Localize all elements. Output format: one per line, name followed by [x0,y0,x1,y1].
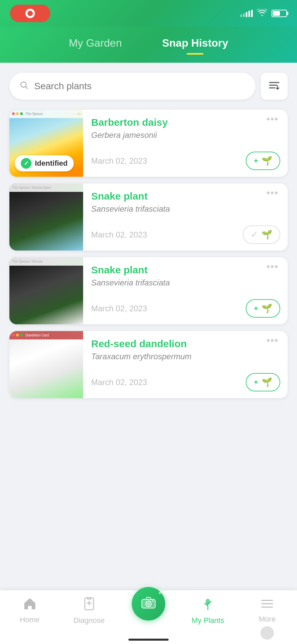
search-box[interactable] [9,73,255,100]
record-dot [25,9,35,18]
plant-common-name-3: Snake plant [91,264,264,276]
search-input[interactable] [34,81,245,92]
plant-card[interactable]: The Spruce ‹ › ✓ Identified Barberton da… [9,110,288,177]
record-button[interactable] [10,5,50,22]
status-bar-left [10,5,50,22]
nav-label-diagnose: Diagnose [73,616,105,625]
plant-card-3[interactable]: The Spruce / Alonda Snake plant Sansevie… [9,257,288,324]
check-icon: ✓ [21,158,32,169]
plant-names-4: Red-seed dandelion Taraxacum erythrosper… [91,338,264,361]
more-icon [260,597,274,612]
tab-my-garden[interactable]: My Garden [62,34,128,53]
snake-img-3 [9,266,83,324]
add-to-garden-btn-3[interactable]: + 🌱 [246,299,280,318]
user-avatar [260,626,274,640]
plant-image-3: The Spruce / Alonda [9,257,83,324]
plant-image-1: The Spruce ‹ › ✓ Identified [9,110,83,177]
plant-info-top-3: Snake plant Sansevieria trifasciata [91,264,280,287]
more-menu-btn-3[interactable] [264,264,280,269]
nav-label-home: Home [20,615,40,624]
plant-date-3: March 02, 2023 [91,304,147,313]
svg-point-0 [21,82,26,87]
plant-info-bottom-2: March 02, 2023 ✓ 🌱 [91,225,280,244]
thumbnail-sim-2: The Spruce / Alonda Baist [9,183,83,251]
add-to-garden-btn-1[interactable]: + 🌱 [246,152,280,170]
nav-item-home[interactable]: Home [13,597,47,624]
nav-item-more[interactable]: More [250,597,284,640]
plant-names-2: Snake plant Sansevieria trifasciata [91,190,264,214]
added-plant-icon-2: 🌱 [261,229,272,240]
plant-info-2: Snake plant Sansevieria trifasciata Marc… [83,183,288,251]
browser-bar-1: The Spruce ‹ › [9,110,83,118]
bottom-nav: Home Diagnose [0,590,297,644]
nav-label-more: More [259,615,276,624]
signal-bar-4 [248,11,250,17]
more-dots-3 [267,265,278,268]
dot-2-3 [275,192,278,194]
plant-info-top-1: Barberton daisy Gerbera jamesonii [91,116,280,140]
battery-level [273,11,280,16]
browser-bar-3: The Spruce / Alonda [9,257,83,266]
home-icon [23,597,37,613]
sort-button[interactable] [261,73,288,100]
dot-4-1 [267,339,270,342]
plant-common-name-2: Snake plant [91,190,264,202]
wifi-icon [257,9,268,18]
plant-info-3: Snake plant Sansevieria trifasciata Marc… [83,257,288,324]
add-btn-plant-icon-3: 🌱 [261,303,272,314]
more-menu-btn-4[interactable] [264,338,280,343]
thumbnail-sim-3: The Spruce / Alonda [9,257,83,324]
my-plants-icon [201,597,214,613]
more-menu-btn-1[interactable] [264,116,280,122]
camera-button[interactable] [132,587,165,621]
header-tabs: My Garden Snap History [0,27,297,63]
plant-scientific-name-4: Taraxacum erythrospermum [91,352,264,361]
dandelion-img-4 [9,339,83,398]
dot-3-3 [275,265,278,268]
plant-info-bottom-3: March 02, 2023 + 🌱 [91,299,280,318]
plant-card-2[interactable]: The Spruce / Alonda Baist Snake plant Sa… [9,183,288,251]
add-btn-plus-3: + [254,304,258,313]
svg-point-9 [147,602,150,605]
svg-point-11 [205,599,210,605]
signal-bar-5 [251,10,253,17]
dot-4-3 [275,339,278,342]
diagnose-icon [83,597,96,613]
add-btn-plant-icon-4: 🌱 [261,377,272,387]
status-bar [0,0,297,27]
home-indicator [128,639,169,641]
dot-1 [267,118,270,120]
svg-point-10 [152,600,154,602]
plant-common-name-4: Red-seed dandelion [91,338,264,350]
add-to-garden-btn-4[interactable]: + 🌱 [246,373,280,391]
nav-item-my-plants[interactable]: My Plants [191,597,225,625]
plant-names-3: Snake plant Sansevieria trifasciata [91,264,264,287]
plant-common-name-1: Barberton daisy [91,116,264,128]
signal-bar-2 [243,13,245,17]
search-icon [19,80,29,92]
nav-item-diagnose[interactable]: Diagnose [72,597,106,625]
add-btn-plus-4: + [254,378,258,387]
plant-date-1: March 02, 2023 [91,156,147,166]
plant-scientific-name-1: Gerbera jamesonii [91,130,264,140]
plant-info-bottom-4: March 02, 2023 + 🌱 [91,373,280,391]
more-menu-btn-2[interactable] [264,190,280,196]
nav-item-camera[interactable] [132,597,165,621]
snake-img-2 [9,192,83,251]
more-dots-4 [267,339,278,342]
signal-bars [240,10,253,17]
status-bar-right [240,9,287,18]
dot-2-1 [267,192,270,194]
browser-bar-2: The Spruce / Alonda Baist [9,183,83,192]
dot-3 [275,118,278,120]
plant-date-4: March 02, 2023 [91,378,147,387]
added-to-garden-btn-2[interactable]: ✓ 🌱 [243,225,280,244]
added-check-icon-2: ✓ [251,229,258,240]
add-btn-plus-1: + [254,157,258,165]
dot-4-2 [271,339,274,342]
tab-snap-history[interactable]: Snap History [155,34,235,53]
plant-image-4: Dandelion Card [9,331,83,398]
more-dots-2 [267,192,278,194]
plant-info-4: Red-seed dandelion Taraxacum erythrosper… [83,331,288,398]
plant-card-4[interactable]: Dandelion Card Red-seed dandelion Taraxa… [9,331,288,398]
